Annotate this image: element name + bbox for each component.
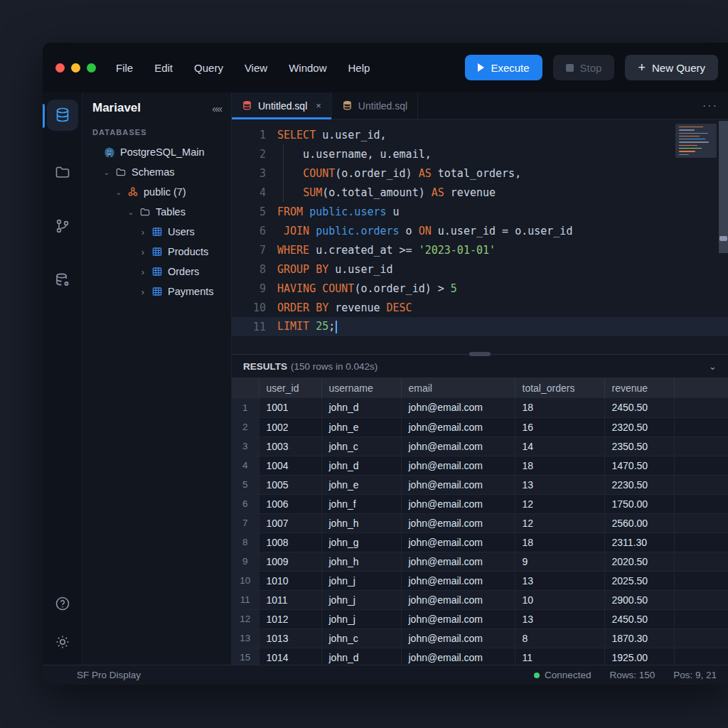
- cell[interactable]: 2450.50: [604, 609, 674, 628]
- cell[interactable]: 1470.50: [604, 456, 674, 475]
- cell[interactable]: 2025.50: [604, 571, 674, 590]
- table-row[interactable]: 91009john_hjohn@email.com92020.50: [232, 552, 728, 571]
- editor-scroll-thumb[interactable]: [719, 236, 727, 241]
- editor-line-5[interactable]: 5FROM public.users u: [232, 202, 728, 221]
- menu-item-query[interactable]: Query: [194, 62, 223, 74]
- cell[interactable]: john@email.com: [401, 590, 515, 609]
- editor-line-11[interactable]: 11LIMIT 25;: [232, 317, 728, 336]
- column-header-user_id[interactable]: user_id: [259, 378, 321, 398]
- cell[interactable]: 18: [515, 398, 604, 417]
- table-row[interactable]: 121012john_jjohn@email.com132450.50: [232, 609, 728, 628]
- rail-item-settings[interactable]: [47, 626, 78, 658]
- column-header-revenue[interactable]: revenue: [604, 378, 674, 398]
- tree-item-public-7-[interactable]: ⌄public (7): [82, 182, 231, 202]
- chevron-down-icon[interactable]: ⌄: [103, 168, 110, 176]
- zoom-window-icon[interactable]: [87, 63, 96, 73]
- column-header-email[interactable]: email: [401, 378, 515, 398]
- table-row[interactable]: 111011john_jjohn@email.com102900.50: [232, 590, 728, 609]
- rail-item-files[interactable]: [47, 156, 78, 188]
- cell[interactable]: 1007: [259, 513, 321, 532]
- cell[interactable]: john_h: [321, 552, 401, 571]
- cell[interactable]: 1870.30: [604, 628, 674, 648]
- minimap[interactable]: [675, 124, 717, 158]
- cell[interactable]: 1012: [259, 609, 321, 628]
- cell[interactable]: 11: [515, 648, 604, 665]
- chevron-right-icon[interactable]: ›: [139, 267, 146, 277]
- cell[interactable]: 2450.50: [604, 398, 674, 417]
- column-header-username[interactable]: username: [321, 378, 401, 398]
- cell[interactable]: 1014: [259, 648, 321, 665]
- cell[interactable]: 1003: [259, 437, 321, 456]
- chevron-right-icon[interactable]: ›: [139, 227, 146, 237]
- cell[interactable]: john_j: [321, 590, 401, 609]
- cell[interactable]: john@email.com: [401, 628, 515, 648]
- cell[interactable]: john@email.com: [401, 532, 515, 552]
- tab-overflow-menu-icon[interactable]: ···: [692, 92, 728, 119]
- cell[interactable]: 2900.50: [604, 590, 674, 609]
- cell[interactable]: john@email.com: [401, 475, 515, 494]
- editor-line-2[interactable]: 2 u.username, u.email,: [232, 144, 728, 164]
- table-row[interactable]: 51005john_ejohn@email.com132230.50: [232, 475, 728, 494]
- tab-1-active[interactable]: Untitled.sql×: [232, 92, 332, 119]
- chevron-down-icon[interactable]: ⌄: [115, 188, 122, 196]
- editor-line-8[interactable]: 8GROUP BY u.user_id: [232, 259, 728, 279]
- cell[interactable]: 2020.50: [604, 552, 674, 571]
- cell[interactable]: john@email.com: [401, 437, 515, 456]
- cell[interactable]: john@email.com: [401, 571, 515, 590]
- cell[interactable]: john_j: [321, 609, 401, 628]
- rail-item-databases[interactable]: [47, 100, 78, 131]
- editor-line-9[interactable]: 9HAVING COUNT(o.order_id) > 5: [232, 279, 728, 298]
- editor-line-1[interactable]: 1SELECT u.user_id,: [232, 125, 728, 144]
- column-header-total_orders[interactable]: total_orders: [515, 378, 604, 398]
- cell[interactable]: 13: [515, 475, 604, 494]
- cell[interactable]: 2320.50: [604, 417, 674, 437]
- cell[interactable]: john_g: [321, 532, 401, 552]
- new-query-button[interactable]: + New Query: [625, 55, 718, 80]
- rail-item-help[interactable]: [47, 588, 78, 619]
- cell[interactable]: 1001: [259, 398, 321, 417]
- cell[interactable]: 2560.00: [604, 513, 674, 532]
- rail-item-branches[interactable]: [47, 210, 78, 242]
- cell[interactable]: 10: [515, 590, 604, 609]
- tree-item-products[interactable]: ›Products: [82, 242, 231, 262]
- cell[interactable]: 2311.30: [604, 532, 674, 552]
- cell[interactable]: john@email.com: [401, 494, 515, 513]
- sql-editor[interactable]: 1SELECT u.user_id,2 u.username, u.email,…: [232, 119, 728, 354]
- menu-item-edit[interactable]: Edit: [154, 62, 173, 74]
- tree-item-postgresql-main[interactable]: PostgreSQL_Main: [82, 142, 231, 162]
- execute-button[interactable]: Execute: [465, 55, 542, 80]
- table-row[interactable]: 11001john_djohn@email.com182450.50: [232, 398, 728, 417]
- cell[interactable]: 16: [515, 417, 604, 437]
- table-row[interactable]: 81008john_gjohn@email.com182311.30: [232, 532, 728, 552]
- cell[interactable]: 1925.00: [604, 648, 674, 665]
- cell[interactable]: john@email.com: [401, 552, 515, 571]
- cell[interactable]: 12: [515, 494, 604, 513]
- cell[interactable]: 1002: [259, 417, 321, 437]
- chevron-right-icon[interactable]: ›: [139, 247, 146, 257]
- cell[interactable]: 9: [515, 552, 604, 571]
- cell[interactable]: 14: [515, 437, 604, 456]
- minimize-window-icon[interactable]: [71, 63, 80, 73]
- editor-line-3[interactable]: 3 COUNT(o.order_id) AS total_orders,: [232, 164, 728, 183]
- menu-item-view[interactable]: View: [245, 62, 267, 74]
- cell[interactable]: john_j: [321, 571, 401, 590]
- cell[interactable]: john_e: [321, 417, 401, 437]
- rail-item-db-export[interactable]: [47, 264, 78, 296]
- tree-item-schemas[interactable]: ⌄Schemas: [82, 162, 231, 182]
- tree-item-payments[interactable]: ›Payments: [82, 282, 231, 301]
- cell[interactable]: 1005: [259, 475, 321, 494]
- cell[interactable]: john_e: [321, 475, 401, 494]
- tab-2[interactable]: Untitled.sql: [332, 92, 418, 119]
- cell[interactable]: 13: [515, 609, 604, 628]
- cell[interactable]: 1011: [259, 590, 321, 609]
- tab-close-icon[interactable]: ×: [316, 100, 321, 111]
- chevron-down-icon[interactable]: ⌄: [127, 208, 134, 216]
- cell[interactable]: 2350.50: [604, 437, 674, 456]
- tree-item-orders[interactable]: ›Orders: [82, 262, 231, 282]
- cell[interactable]: 8: [515, 628, 604, 648]
- editor-scrollbar[interactable]: [719, 121, 728, 253]
- cell[interactable]: 1004: [259, 456, 321, 475]
- pane-resize-handle[interactable]: [469, 352, 491, 356]
- cell[interactable]: 13: [515, 571, 604, 590]
- menu-item-file[interactable]: File: [116, 62, 133, 74]
